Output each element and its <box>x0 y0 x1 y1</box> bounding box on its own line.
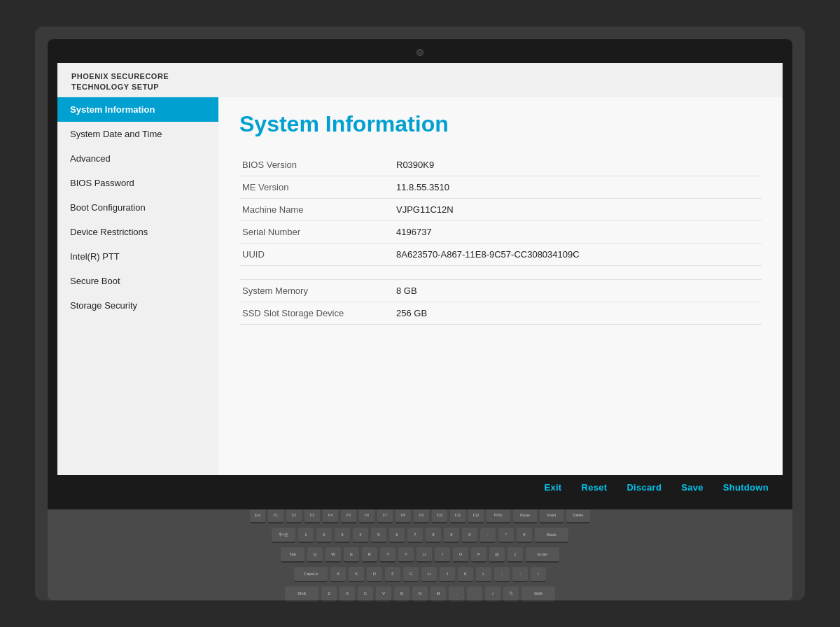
laptop-outer: PHOENIX SECURECORE TECHNOLOGY SETUP Syst… <box>35 27 805 600</box>
key-caret[interactable]: ^ <box>498 528 514 543</box>
exit-button[interactable]: Exit <box>544 482 561 493</box>
key-8[interactable]: 8 <box>426 528 441 543</box>
key-7[interactable]: 7 <box>407 528 423 543</box>
sidebar-item-storage-security[interactable]: Storage Security <box>57 293 218 318</box>
table-row: ME Version 11.8.55.3510 <box>239 176 762 198</box>
key-period[interactable]: . <box>467 586 482 602</box>
key-f4[interactable]: F4 <box>323 508 338 523</box>
key-1[interactable]: 1 <box>298 528 314 543</box>
field-label-ssd: SSD Slot Storage Device <box>239 302 393 324</box>
key-y[interactable]: Y <box>398 547 414 563</box>
key-ro[interactable]: ろ <box>503 586 519 602</box>
key-z[interactable]: Z <box>321 586 337 602</box>
field-label-me-version: ME Version <box>239 176 393 198</box>
key-f2[interactable]: F2 <box>286 508 302 523</box>
key-p[interactable]: P <box>471 547 486 563</box>
sidebar-item-device-restrictions[interactable]: Device Restrictions <box>57 220 218 244</box>
key-e[interactable]: E <box>344 547 359 563</box>
key-f10[interactable]: F10 <box>432 508 447 523</box>
key-k[interactable]: K <box>458 567 473 582</box>
key-5[interactable]: 5 <box>371 528 386 543</box>
key-h[interactable]: H <box>421 567 437 582</box>
discard-button[interactable]: Discard <box>626 482 662 493</box>
key-m[interactable]: M <box>430 586 446 602</box>
key-esc[interactable]: Esc <box>250 508 265 523</box>
key-g[interactable]: G <box>403 567 419 582</box>
key-f5[interactable]: F5 <box>341 508 356 523</box>
sidebar-item-intel-ptt[interactable]: Intel(R) PTT <box>57 244 218 269</box>
key-shift-right[interactable]: Shift <box>522 586 555 602</box>
key-f1[interactable]: F1 <box>268 508 284 523</box>
key-yen[interactable]: ¥ <box>517 528 532 543</box>
key-hankaku[interactable]: 半/全 <box>272 528 295 543</box>
key-c[interactable]: C <box>358 586 373 602</box>
key-bracket-open[interactable]: [ <box>507 547 523 563</box>
key-prtsc[interactable]: PrtSc <box>486 508 510 523</box>
shutdown-button[interactable]: Shutdown <box>723 482 769 493</box>
field-value-serial-number: 4196737 <box>393 220 762 243</box>
key-i[interactable]: I <box>435 547 450 563</box>
key-enter[interactable]: Enter <box>526 547 559 563</box>
key-delete[interactable]: Delete <box>566 508 590 523</box>
key-v[interactable]: V <box>376 586 391 602</box>
key-s[interactable]: S <box>349 567 364 582</box>
key-pause[interactable]: Pause <box>513 508 537 523</box>
screen-bezel: PHOENIX SECURECORE TECHNOLOGY SETUP Syst… <box>48 39 792 509</box>
key-u[interactable]: U <box>416 547 432 563</box>
key-f9[interactable]: F9 <box>414 508 429 523</box>
key-3[interactable]: 3 <box>335 528 350 543</box>
key-backspace[interactable]: Back <box>535 528 568 543</box>
key-9[interactable]: 9 <box>444 528 459 543</box>
key-4[interactable]: 4 <box>353 528 368 543</box>
page-title: System Information <box>239 111 762 137</box>
keyboard-row-1: Esc F1 F2 F3 F4 F5 F6 F7 F8 F9 F10 F11 F… <box>250 508 590 523</box>
sidebar-item-secure-boot[interactable]: Secure Boot <box>57 269 218 293</box>
key-d[interactable]: D <box>367 567 382 582</box>
key-r[interactable]: R <box>362 547 377 563</box>
key-comma[interactable]: , <box>449 586 464 602</box>
key-capslock[interactable]: CapsLk <box>294 567 328 582</box>
key-6[interactable]: 6 <box>389 528 405 543</box>
bios-vendor: PHOENIX SECURECORE TECHNOLOGY SETUP <box>71 71 769 93</box>
key-f8[interactable]: F8 <box>396 508 411 523</box>
key-n[interactable]: N <box>412 586 428 602</box>
sidebar-item-bios-password[interactable]: BIOS Password <box>57 171 218 195</box>
key-tab[interactable]: Tab <box>281 547 304 563</box>
key-at[interactable]: @ <box>489 547 505 563</box>
key-insert[interactable]: Insert <box>540 508 564 523</box>
key-b[interactable]: B <box>394 586 410 602</box>
key-t[interactable]: T <box>380 547 396 563</box>
key-a[interactable]: A <box>330 567 346 582</box>
save-button[interactable]: Save <box>681 482 704 493</box>
key-f7[interactable]: F7 <box>377 508 393 523</box>
sidebar-item-system-date-time[interactable]: System Date and Time <box>57 122 218 146</box>
key-0[interactable]: 0 <box>462 528 477 543</box>
key-2[interactable]: 2 <box>316 528 332 543</box>
reset-button[interactable]: Reset <box>582 482 608 493</box>
key-f11[interactable]: F11 <box>450 508 465 523</box>
field-value-machine-name: VJPG11C12N <box>393 198 762 220</box>
key-f3[interactable]: F3 <box>304 508 320 523</box>
key-semicolon[interactable]: ; <box>494 567 510 582</box>
key-shift-left[interactable]: Shift <box>285 586 318 602</box>
sidebar-item-advanced[interactable]: Advanced <box>57 146 218 171</box>
key-backslash[interactable]: \ <box>531 567 546 582</box>
key-minus[interactable]: - <box>480 528 496 543</box>
keyboard-row-2: 半/全 1 2 3 4 5 6 7 8 9 0 - ^ ¥ Back <box>272 528 568 543</box>
key-f[interactable]: F <box>385 567 400 582</box>
webcam <box>416 49 424 56</box>
key-f12[interactable]: F12 <box>468 508 484 523</box>
sidebar-item-system-information[interactable]: System Information <box>57 97 218 122</box>
sidebar-item-boot-configuration[interactable]: Boot Configuration <box>57 195 218 220</box>
key-x[interactable]: X <box>340 586 355 602</box>
key-q[interactable]: Q <box>307 547 323 563</box>
key-j[interactable]: J <box>440 567 455 582</box>
field-value-system-memory: 8 GB <box>393 279 762 302</box>
field-label-system-memory: System Memory <box>239 279 393 302</box>
key-o[interactable]: O <box>453 547 468 563</box>
key-slash[interactable]: / <box>485 586 500 602</box>
key-l[interactable]: L <box>476 567 491 582</box>
key-colon[interactable]: : <box>512 567 528 582</box>
key-f6[interactable]: F6 <box>359 508 374 523</box>
key-w[interactable]: W <box>326 547 341 563</box>
